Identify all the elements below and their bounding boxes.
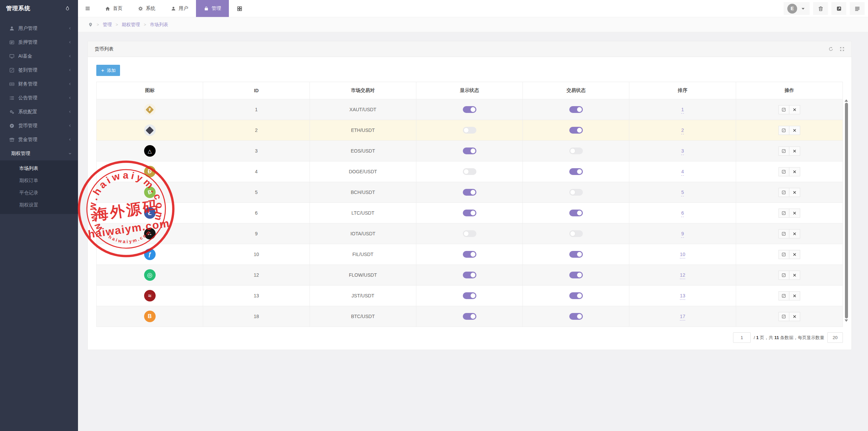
- sort-link[interactable]: 5: [681, 190, 684, 196]
- edit-button[interactable]: [778, 146, 789, 156]
- display-status-toggle[interactable]: [463, 148, 476, 154]
- fullscreen-icon[interactable]: [840, 46, 845, 52]
- scroll-down-arrow[interactable]: [845, 319, 848, 322]
- edit-button[interactable]: [778, 126, 789, 135]
- trade-status-toggle[interactable]: [569, 127, 583, 134]
- more-menu-button[interactable]: [850, 2, 865, 15]
- pagination: / 1 页，共 11 条数据，每页显示数量: [96, 332, 843, 343]
- sidebar-item[interactable]: 财务管理: [0, 77, 78, 91]
- delete-button[interactable]: [789, 146, 800, 156]
- edit-button[interactable]: [778, 209, 789, 218]
- display-status-toggle[interactable]: [463, 251, 476, 258]
- edit-button[interactable]: [778, 291, 789, 300]
- trade-status-toggle[interactable]: [569, 189, 583, 196]
- table-row: ₮1XAUT/USDT1: [97, 99, 843, 120]
- trade-status-toggle[interactable]: [569, 292, 583, 299]
- display-status-toggle[interactable]: [463, 272, 476, 278]
- sort-link[interactable]: 1: [681, 107, 684, 114]
- sidebar-subitem[interactable]: 期权设置: [0, 199, 78, 211]
- page-size-input[interactable]: [827, 332, 843, 343]
- display-status-toggle[interactable]: [463, 210, 476, 216]
- refresh-icon[interactable]: [828, 46, 833, 52]
- sort-link[interactable]: 13: [680, 293, 685, 300]
- page-input[interactable]: [733, 332, 751, 343]
- sidebar-collapse-button[interactable]: [78, 6, 97, 11]
- sidebar-item[interactable]: 货币管理: [0, 119, 78, 133]
- scroll-up-arrow[interactable]: [845, 99, 848, 102]
- edit-button[interactable]: [778, 167, 789, 176]
- trade-status-toggle[interactable]: [569, 230, 583, 237]
- table-scrollbar[interactable]: [845, 99, 848, 322]
- delete-button[interactable]: [789, 229, 800, 238]
- trade-status-toggle[interactable]: [569, 272, 583, 278]
- cell-market-pair: JST/USDT: [310, 286, 416, 306]
- delete-button[interactable]: [789, 188, 800, 197]
- edit-icon: [782, 170, 786, 174]
- sidebar-item[interactable]: 赏金管理: [0, 133, 78, 146]
- delete-button[interactable]: [789, 250, 800, 259]
- delete-button[interactable]: [789, 209, 800, 218]
- nav-tab[interactable]: 首页: [97, 0, 130, 17]
- nav-tab[interactable]: 系统: [130, 0, 163, 17]
- trade-status-toggle[interactable]: [569, 313, 583, 320]
- delete-button[interactable]: [789, 271, 800, 280]
- sort-link[interactable]: 6: [681, 210, 684, 217]
- user-menu-button[interactable]: E: [784, 2, 810, 15]
- chevL-icon: [68, 138, 72, 141]
- sort-link[interactable]: 12: [680, 272, 685, 279]
- sidebar-item[interactable]: 质押管理: [0, 35, 78, 49]
- sidebar-item[interactable]: 签到管理: [0, 63, 78, 77]
- delete-button[interactable]: [789, 312, 800, 321]
- sort-link[interactable]: 3: [681, 148, 684, 155]
- sidebar-item[interactable]: AI基金: [0, 49, 78, 63]
- display-status-toggle[interactable]: [463, 127, 476, 134]
- delete-button[interactable]: [789, 291, 800, 300]
- sort-link[interactable]: 10: [680, 252, 685, 258]
- delete-button[interactable]: [789, 167, 800, 176]
- trade-status-toggle[interactable]: [569, 251, 583, 258]
- sidebar-item[interactable]: 系统配置: [0, 105, 78, 119]
- trade-status-toggle[interactable]: [569, 106, 583, 113]
- display-status-toggle[interactable]: [463, 313, 476, 320]
- display-status-toggle[interactable]: [463, 230, 476, 237]
- scrollbar-thumb[interactable]: [845, 103, 848, 318]
- breadcrumb-link[interactable]: 管理: [103, 22, 112, 28]
- sidebar-subitem[interactable]: 平仓记录: [0, 187, 78, 199]
- action-buttons: [778, 105, 800, 114]
- edit-button[interactable]: [778, 271, 789, 280]
- sidebar-subitem[interactable]: 市场列表: [0, 162, 78, 174]
- display-status-toggle[interactable]: [463, 106, 476, 113]
- gears-icon: [9, 109, 15, 115]
- sidebar-item-expanded[interactable]: 期权管理: [0, 146, 78, 160]
- clear-cache-button[interactable]: [813, 2, 828, 15]
- delete-button[interactable]: [789, 105, 800, 114]
- sort-link[interactable]: 2: [681, 128, 684, 134]
- trade-status-toggle[interactable]: [569, 210, 583, 216]
- display-status-toggle[interactable]: [463, 189, 476, 196]
- user-icon: [171, 6, 176, 11]
- open-link-button[interactable]: [831, 2, 846, 15]
- display-status-toggle[interactable]: [463, 292, 476, 299]
- edit-button[interactable]: [778, 229, 789, 238]
- sidebar-subitem[interactable]: 期权订单: [0, 174, 78, 187]
- edit-button[interactable]: [778, 105, 789, 114]
- sort-link[interactable]: 9: [681, 231, 684, 238]
- trade-status-toggle[interactable]: [569, 148, 583, 154]
- edit-button[interactable]: [778, 312, 789, 321]
- nav-tab[interactable]: [229, 0, 250, 17]
- delete-button[interactable]: [789, 126, 800, 135]
- edit-button[interactable]: [778, 250, 789, 259]
- display-status-toggle[interactable]: [463, 168, 476, 175]
- edit-button[interactable]: [778, 188, 789, 197]
- sidebar-item[interactable]: 用户管理: [0, 21, 78, 35]
- sort-link[interactable]: 4: [681, 169, 684, 176]
- breadcrumb-link[interactable]: 市场列表: [150, 22, 168, 28]
- cell-sort: 12: [629, 265, 736, 286]
- nav-tab[interactable]: 用户: [163, 0, 196, 17]
- trade-status-toggle[interactable]: [569, 168, 583, 175]
- add-button[interactable]: 添加: [96, 65, 120, 76]
- breadcrumb-link[interactable]: 期权管理: [122, 22, 140, 28]
- sidebar-item[interactable]: 公告管理: [0, 91, 78, 105]
- nav-tab[interactable]: 管理: [196, 0, 229, 17]
- sort-link[interactable]: 17: [680, 314, 685, 320]
